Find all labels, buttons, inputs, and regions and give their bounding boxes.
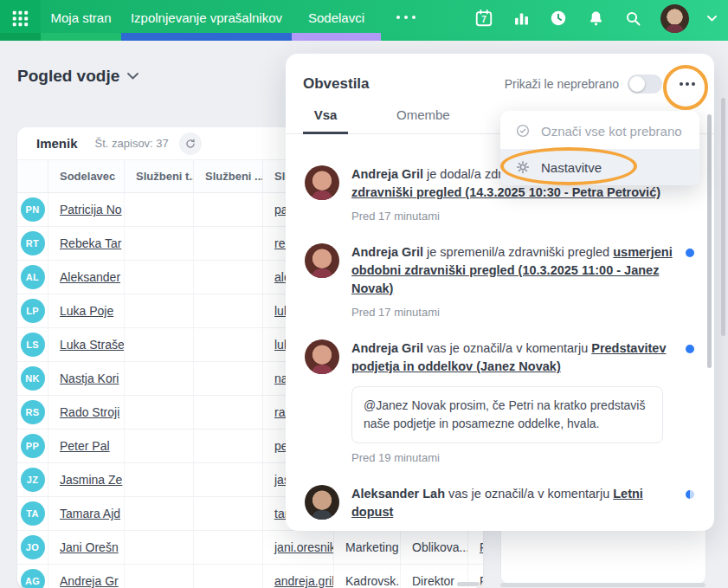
person-link[interactable]: Luka Poje xyxy=(60,304,113,318)
doc-link[interactable]: F xyxy=(480,574,483,588)
menu-item-label: Nastavitve xyxy=(541,160,602,175)
refresh-icon xyxy=(184,138,196,150)
notification-text: Andreja Gril je spremenil/a zdravniški p… xyxy=(351,243,673,298)
record-count: Št. zapisov: 37 xyxy=(95,137,169,150)
nav-right-icons: 7 xyxy=(474,0,728,41)
notifications-header: Obvestila Prikaži le neprebrano xyxy=(286,54,714,94)
person-link[interactable]: Jasmina Ze xyxy=(60,473,122,487)
calendar-button[interactable]: 7 xyxy=(474,9,493,28)
action-text: vas je označil/a v komentarju xyxy=(423,341,591,355)
chevron-down-icon xyxy=(127,73,139,80)
calendar-day-badge: 7 xyxy=(474,15,493,24)
person-link[interactable]: Jani Orešn xyxy=(60,540,119,554)
comment-preview: @Janez Novak prosim, če Petri na kratko … xyxy=(351,386,663,443)
bell-icon xyxy=(587,10,605,28)
avatar: PN xyxy=(21,197,45,222)
actor-name: Andreja Gril xyxy=(351,245,423,259)
directory-title: Imenik xyxy=(36,136,78,151)
page-title-row[interactable]: Pogled vodje xyxy=(17,67,139,86)
timestamp: Pred 19 minutami xyxy=(351,451,673,464)
menu-item-settings[interactable]: Nastavitve xyxy=(500,149,699,185)
avatar xyxy=(305,485,339,520)
ellipsis-icon xyxy=(692,82,695,86)
side-widget-scrollbar[interactable] xyxy=(500,583,705,587)
profile-menu-chevron[interactable] xyxy=(707,16,717,22)
column-sodelavec[interactable]: Sodelavec xyxy=(48,160,124,192)
search-button[interactable] xyxy=(623,9,642,28)
notification-item[interactable]: Andreja Gril je spremenil/a zdravniški p… xyxy=(305,243,697,319)
page-scrollbar[interactable] xyxy=(721,98,725,336)
nav-tab-sodelavci[interactable]: Sodelavci xyxy=(292,0,381,41)
column-sluzbeni-1[interactable]: Službeni t... xyxy=(124,160,193,192)
refresh-button[interactable] xyxy=(179,132,202,155)
clock-icon xyxy=(549,9,568,28)
table-row[interactable]: JO Jani Orešn jani.oresnik Marketing Obl… xyxy=(17,531,483,565)
person-link[interactable]: Patricija No xyxy=(60,203,122,216)
email-link[interactable]: jani.oresnik xyxy=(274,540,333,554)
stats-button[interactable] xyxy=(512,9,531,28)
department-value: Marketing xyxy=(345,540,398,554)
email-link[interactable]: andreja.gril xyxy=(274,574,333,588)
person-link[interactable]: Andreja Gr xyxy=(60,574,119,588)
gear-icon xyxy=(515,159,531,175)
avatar: RS xyxy=(21,400,45,424)
person-link[interactable]: Rado Stroji xyxy=(60,405,119,419)
column-avatar xyxy=(17,160,48,192)
notifications-title: Obvestila xyxy=(303,75,370,93)
avatar: JZ xyxy=(21,468,45,492)
actor-name: Andreja Gril xyxy=(351,167,423,181)
person-link[interactable]: Peter Pal xyxy=(60,439,110,453)
page-title: Pogled vodje xyxy=(17,67,119,86)
timestamp: Pred 17 minutami xyxy=(351,210,673,223)
unread-dot xyxy=(686,249,694,257)
menu-item-mark-all-read[interactable]: Označi vse kot prebrano xyxy=(500,113,699,149)
column-sluzbeni-2[interactable]: Službeni ... xyxy=(193,160,262,192)
tab-vsa[interactable]: Vsa xyxy=(303,107,348,134)
nav-overflow-button[interactable] xyxy=(390,0,422,41)
nav-tab-label: Izpolnjevanje vprašalnikov xyxy=(131,10,282,25)
avatar: PP xyxy=(21,434,45,458)
avatar: AG xyxy=(21,569,45,588)
app-grid-button[interactable] xyxy=(0,0,41,41)
notifications-more-button[interactable] xyxy=(676,75,699,93)
notification-item[interactable]: Aleksander Lah vas je označil/a v koment… xyxy=(305,485,697,527)
action-text: vas je označil/a v komentarju xyxy=(445,487,613,501)
table-horizontal-scrollbar[interactable] xyxy=(457,582,480,586)
notifications-bell-button[interactable] xyxy=(586,9,605,28)
person-link[interactable]: Rebeka Tar xyxy=(60,236,121,250)
unread-filter-toggle[interactable] xyxy=(628,74,662,94)
notification-target-link[interactable]: zdravniški pregled (14.3.2025 10:30 - Pe… xyxy=(351,184,660,202)
avatar: LP xyxy=(21,299,45,323)
person-link[interactable]: Luka Straše xyxy=(60,338,124,352)
notification-item[interactable]: Andreja Gril vas je označil/a v komentar… xyxy=(305,339,697,464)
table-row[interactable]: AG Andreja Gr andreja.gril Kadrovsk... D… xyxy=(17,565,483,588)
nav-tab-label: Moja stran xyxy=(50,10,111,25)
nav-tab-izpolnjevanje-vprasalnikov[interactable]: Izpolnjevanje vprašalnikov xyxy=(121,0,292,41)
user-avatar[interactable] xyxy=(660,4,689,33)
notifications-list: Andreja Gril je dodal/a zdravniški pregl… xyxy=(286,134,714,527)
check-circle-icon xyxy=(515,123,531,139)
grid-icon xyxy=(11,10,29,31)
avatar: LS xyxy=(21,333,45,357)
ellipsis-icon xyxy=(396,16,400,19)
ellipsis-icon xyxy=(680,82,683,86)
actor-name: Andreja Gril xyxy=(351,341,423,355)
actor-name: Aleksander Lah xyxy=(351,487,445,501)
time-button[interactable] xyxy=(549,9,568,28)
timestamp: Pred 17 minutami xyxy=(351,306,673,319)
role-value: Oblikova... xyxy=(412,540,467,554)
ellipsis-icon xyxy=(404,16,408,19)
notification-text: Aleksander Lah vas je označil/a v koment… xyxy=(351,485,673,521)
nav-tab-moja-stran[interactable]: Moja stran xyxy=(41,0,121,41)
avatar: TA xyxy=(21,501,45,526)
person-link[interactable]: Tamara Ajd xyxy=(60,507,120,520)
person-link[interactable]: Aleksander xyxy=(60,270,120,284)
ellipsis-icon xyxy=(686,82,689,86)
doc-link[interactable]: F xyxy=(480,540,483,554)
notifications-scrollbar[interactable] xyxy=(707,114,712,368)
notification-text: Andreja Gril vas je označil/a v komentar… xyxy=(351,339,673,376)
person-link[interactable]: Nastja Kori xyxy=(60,372,119,385)
unread-filter-label: Prikaži le neprebrano xyxy=(505,77,619,91)
tab-omembe[interactable]: Omembe xyxy=(396,107,450,133)
ellipsis-icon xyxy=(412,16,416,19)
